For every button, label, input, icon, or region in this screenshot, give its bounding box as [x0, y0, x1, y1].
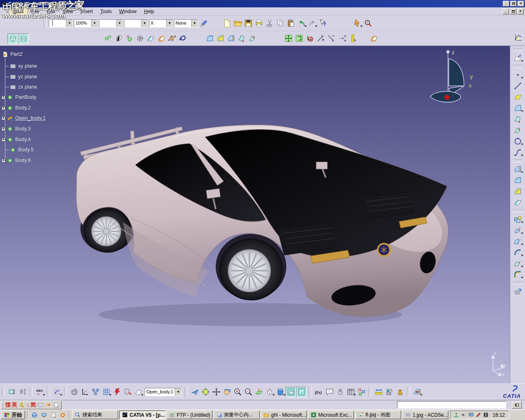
dome-surface-button[interactable] — [113, 33, 124, 44]
start-button[interactable]: 开始 — [1, 411, 25, 419]
pinned-sheets-button[interactable] — [247, 33, 258, 44]
swept-sheet-button[interactable] — [145, 33, 156, 44]
ime-keyboard-icon[interactable] — [37, 402, 44, 408]
pan-button[interactable] — [211, 387, 221, 397]
chevron-down-icon[interactable]: ▼ — [141, 20, 148, 27]
quicklaunch-show-desktop[interactable] — [40, 411, 48, 419]
tree-item-partbody[interactable]: +PartBody — [2, 93, 36, 101]
shading-toggle-button[interactable] — [7, 33, 18, 44]
fill-color-combo[interactable]: ▼ — [49, 19, 73, 27]
measure-inertia-button[interactable] — [395, 387, 405, 397]
wireframe-surface-button[interactable] — [204, 33, 215, 44]
expand-icon[interactable]: + — [2, 138, 5, 142]
join-button[interactable] — [512, 214, 523, 225]
break-link-button[interactable] — [112, 387, 122, 397]
multi-section-surface-button[interactable] — [512, 175, 523, 186]
active-body-combo[interactable]: Open_body.1▼ — [145, 388, 182, 396]
manual-update-button[interactable] — [135, 33, 145, 44]
edit-dimension-button[interactable] — [347, 33, 358, 44]
blend-button[interactable] — [512, 197, 523, 208]
new-document-button[interactable] — [221, 18, 232, 29]
work-grid-button[interactable] — [101, 387, 112, 397]
task-ghl-folder[interactable]: ghl - Microsoft... — [261, 411, 307, 419]
dimension-cube-button[interactable] — [7, 387, 17, 397]
extrude-surface-button[interactable] — [512, 103, 523, 114]
task-catia[interactable]: CATIA V5 - [p... — [119, 411, 165, 419]
doc-minimize-button[interactable]: _ — [502, 9, 509, 14]
print-button[interactable] — [253, 18, 264, 29]
rotate-button[interactable] — [294, 33, 304, 44]
axis-system-button[interactable] — [80, 387, 90, 397]
view-compass[interactable]: z y x — [425, 47, 490, 106]
task-ie-document[interactable]: 测量中心内... — [214, 411, 260, 419]
task-acdsee[interactable]: 1.jpg - ACDSe... — [402, 411, 448, 419]
ime-punctuation[interactable]: ·, — [26, 402, 30, 408]
revolve-surface-button[interactable] — [512, 114, 523, 125]
expand-icon[interactable]: + — [2, 159, 5, 162]
redo-button[interactable] — [307, 18, 317, 29]
normal-view-button[interactable] — [253, 387, 264, 397]
tree-item-yz-plane[interactable]: yz plane — [5, 73, 37, 81]
offset-dome-button[interactable] — [226, 33, 236, 44]
tree-item-body4[interactable]: +Body.4 — [2, 135, 31, 144]
restore-button[interactable] — [510, 1, 517, 7]
tree-item-body6[interactable]: +Body.6 — [2, 156, 31, 164]
menu-window[interactable]: Window — [115, 8, 140, 15]
scale-down-button[interactable] — [326, 33, 336, 44]
menu-help[interactable]: Help — [140, 8, 158, 15]
view-capture-button[interactable] — [512, 286, 523, 297]
taskbar-clock[interactable]: 16:12 — [490, 412, 507, 418]
zoom-in-button[interactable] — [232, 387, 243, 397]
sphere-surface-button[interactable] — [512, 125, 523, 136]
power-input-button[interactable] — [363, 18, 373, 29]
title-bar[interactable]: CATIA V5 - [paoche-2.CATPart] _ × — [0, 0, 525, 7]
line-button[interactable] — [512, 80, 523, 91]
menu-file[interactable]: File — [27, 8, 43, 15]
ime-toolbar[interactable]: 慓 英 ·, 简 — [1, 401, 62, 409]
3d-annotation-button[interactable] — [52, 387, 62, 397]
surface-fillet-button[interactable] — [512, 269, 523, 280]
tray-display-icon[interactable] — [468, 412, 474, 418]
tray-pen-icon[interactable] — [475, 412, 482, 418]
chevron-down-icon[interactable]: ▼ — [191, 20, 198, 27]
line-type-combo[interactable]: ▼ — [124, 19, 148, 27]
expand-command-button[interactable] — [512, 402, 522, 409]
rotate-view-button[interactable] — [221, 387, 232, 397]
sketch-analysis-button[interactable] — [124, 33, 135, 44]
ime-logo[interactable]: 慓 — [5, 401, 11, 409]
doc-close-button[interactable]: × — [517, 9, 524, 14]
minimize-button[interactable]: _ — [503, 1, 509, 7]
structure-links-button[interactable] — [90, 387, 101, 397]
undo-button[interactable] — [296, 18, 307, 29]
design-table-button[interactable] — [345, 387, 356, 397]
expand-icon[interactable]: + — [2, 116, 5, 120]
point-symbol-combo[interactable]: X▼ — [149, 19, 173, 27]
tray-ime-icon[interactable] — [483, 412, 489, 418]
point-button[interactable] — [512, 69, 523, 80]
menu-edit[interactable]: Edit — [43, 8, 59, 15]
offset-surface-button[interactable] — [512, 164, 523, 175]
render-style-button[interactable] — [275, 387, 285, 397]
snap-elements-button[interactable] — [336, 33, 347, 44]
menu-insert[interactable]: Insert — [77, 8, 96, 15]
tree-item-zx-plane[interactable]: zx plane — [5, 83, 37, 91]
painter-button[interactable] — [199, 18, 209, 29]
task-paint[interactable]: 6.jpg - 画图 — [355, 411, 401, 419]
sweep-book-button[interactable] — [236, 33, 247, 44]
mesh-net-button[interactable] — [167, 33, 177, 44]
lock-button[interactable] — [335, 387, 345, 397]
chevron-down-icon[interactable]: ▼ — [175, 388, 181, 396]
measure-between-button[interactable] — [373, 387, 384, 397]
extract-button[interactable] — [512, 258, 523, 269]
iso-view-button[interactable] — [264, 387, 275, 397]
tray-volume-icon[interactable] — [461, 412, 467, 418]
measure-item-button[interactable] — [384, 387, 395, 397]
doc-restore-button[interactable] — [510, 9, 516, 14]
chevron-down-icon[interactable]: ▼ — [91, 20, 98, 27]
render-style-combo[interactable]: None▼ — [174, 19, 198, 27]
paste-button[interactable] — [285, 18, 296, 29]
plane-button[interactable] — [512, 91, 523, 103]
ime-language-mode[interactable]: 英 — [12, 401, 17, 409]
expand-icon[interactable]: + — [2, 96, 5, 99]
ime-fullwidth-moon-icon[interactable] — [18, 402, 25, 408]
